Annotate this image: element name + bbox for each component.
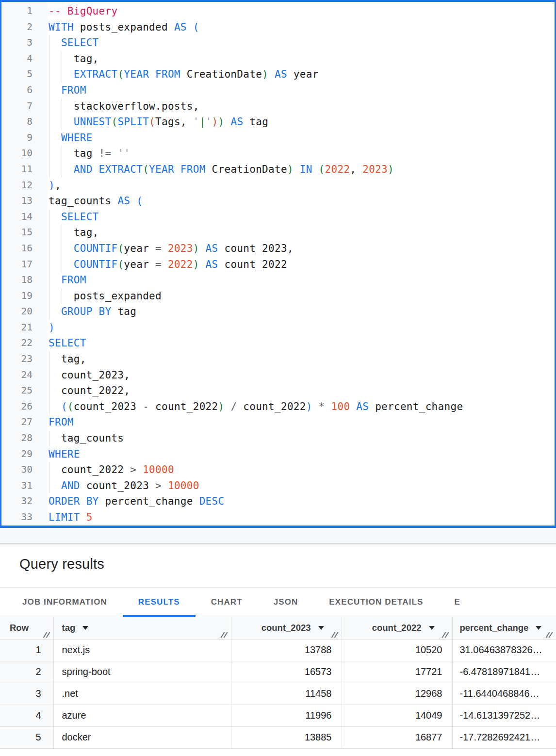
count-2023-cell: 11996	[231, 705, 342, 726]
percent-change-cell: -6.47818971841…	[452, 661, 556, 683]
code-line[interactable]: 14 SELECT	[1, 209, 555, 225]
line-number: 26	[1, 399, 47, 415]
code-line[interactable]: 5 EXTRACT(YEAR FROM CreationDate) AS yea…	[1, 66, 555, 82]
code-text: tag,	[47, 351, 555, 367]
tab-job-information[interactable]: JOB INFORMATION	[7, 588, 123, 617]
tab-e[interactable]: E	[439, 588, 475, 617]
count-2022-cell: 10520	[342, 639, 452, 661]
indent-guide	[49, 399, 49, 415]
line-number: 16	[1, 241, 47, 257]
column-resize-handle[interactable]	[43, 632, 50, 638]
code-line[interactable]: 21)	[1, 320, 555, 336]
indent-guide	[62, 288, 62, 304]
query-results-panel: Query results JOB INFORMATIONRESULTSCHAR…	[0, 544, 556, 749]
line-number: 10	[1, 146, 47, 162]
code-line[interactable]: 20 GROUP BY tag	[1, 304, 555, 320]
code-line[interactable]: 22SELECT	[1, 335, 555, 351]
column-resize-handle[interactable]	[442, 632, 449, 638]
column-header-tag[interactable]: tag	[53, 617, 231, 639]
line-number: 15	[1, 225, 47, 241]
code-line[interactable]: 31 AND count_2023 > 10000	[1, 478, 555, 494]
column-header-count-2023[interactable]: count_2023	[231, 617, 342, 639]
indent-guide	[62, 114, 62, 130]
code-line[interactable]: 17 COUNTIF(year = 2022) AS count_2022	[1, 257, 555, 273]
code-line[interactable]: 27FROM	[1, 414, 555, 430]
code-line[interactable]: 6 FROM	[1, 82, 555, 99]
line-number: 23	[1, 351, 47, 367]
code-line[interactable]: 28 tag_counts	[1, 430, 555, 446]
indent-guide	[49, 99, 49, 115]
column-header-row[interactable]: Row	[0, 617, 53, 639]
code-line[interactable]: 13tag_counts AS (	[1, 193, 555, 209]
code-line[interactable]: 12),	[1, 178, 555, 194]
dropdown-arrow-icon[interactable]	[429, 626, 435, 630]
tag-cell: .net	[53, 683, 231, 705]
code-text: FROM	[47, 82, 555, 99]
code-line[interactable]: 8 UNNEST(SPLIT(Tags, '|')) AS tag	[1, 114, 555, 130]
column-resize-handle[interactable]	[331, 632, 339, 638]
column-resize-handle[interactable]	[221, 632, 228, 638]
line-number: 27	[1, 414, 47, 430]
code-line[interactable]: 18 FROM	[1, 272, 555, 288]
code-line[interactable]: 11 AND EXTRACT(YEAR FROM CreationDate) I…	[1, 162, 555, 178]
panel-divider	[0, 528, 556, 544]
code-line[interactable]: 29WHERE	[1, 446, 555, 462]
code-line[interactable]: 3 SELECT	[1, 35, 555, 51]
code-text: UNNEST(SPLIT(Tags, '|')) AS tag	[47, 114, 555, 130]
tab-results[interactable]: RESULTS	[123, 588, 196, 617]
dropdown-arrow-icon[interactable]	[318, 626, 324, 630]
results-body: 1next.js137881052031.06463878326…2spring…	[0, 639, 556, 748]
dropdown-arrow-icon[interactable]	[536, 626, 541, 630]
column-label: tag	[62, 623, 76, 633]
tab-chart[interactable]: CHART	[196, 588, 258, 617]
column-header-count-2022[interactable]: count_2022	[342, 617, 452, 639]
code-line[interactable]: 19 posts_expanded	[1, 288, 555, 304]
results-table: Rowtagcount_2023count_2022percent_change…	[0, 617, 556, 749]
code-line[interactable]: 26 ((count_2023 - count_2022) / count_20…	[1, 399, 555, 415]
column-label: count_2023	[262, 623, 311, 633]
code-line[interactable]: 1-- BigQuery	[1, 3, 555, 19]
count-2022-cell: 14049	[342, 705, 452, 726]
code-line[interactable]: 32ORDER BY percent_change DESC	[1, 493, 555, 509]
code-line[interactable]: 33LIMIT 5	[1, 509, 555, 526]
count-2023-cell: 13788	[231, 639, 342, 661]
code-line[interactable]: 4 tag,	[1, 51, 555, 67]
code-text: WHERE	[47, 446, 555, 462]
code-line[interactable]: 23 tag,	[1, 351, 555, 367]
indent-guide	[49, 241, 49, 257]
code-line[interactable]: 25 count_2022,	[1, 383, 555, 399]
code-line[interactable]: 9 WHERE	[1, 130, 555, 146]
count-2023-cell: 13885	[231, 726, 342, 748]
results-tabs: JOB INFORMATIONRESULTSCHARTJSONEXECUTION…	[0, 588, 556, 617]
indent-guide	[49, 462, 49, 478]
indent-guide	[49, 35, 49, 51]
indent-guide	[49, 478, 49, 494]
line-number: 9	[1, 130, 47, 146]
line-number: 28	[1, 430, 47, 446]
tab-execution-details[interactable]: EXECUTION DETAILS	[313, 588, 439, 617]
code-line[interactable]: 7 stackoverflow.posts,	[1, 99, 555, 115]
code-text: GROUP BY tag	[47, 304, 555, 320]
row-number-cell: 5	[0, 726, 53, 748]
tab-json[interactable]: JSON	[258, 588, 314, 617]
sql-editor[interactable]: 1-- BigQuery2WITH posts_expanded AS (3 S…	[0, 0, 556, 528]
row-number-cell: 4	[0, 705, 53, 726]
line-number: 31	[1, 478, 47, 494]
line-number: 30	[1, 462, 47, 478]
code-line[interactable]: 15 tag,	[1, 225, 555, 241]
column-header-percent-change[interactable]: percent_change	[452, 617, 556, 639]
code-text: stackoverflow.posts,	[47, 99, 555, 115]
code-text: AND count_2023 > 10000	[47, 478, 555, 494]
code-line[interactable]: 30 count_2022 > 10000	[1, 462, 555, 478]
dropdown-arrow-icon[interactable]	[82, 626, 88, 630]
code-line[interactable]: 2WITH posts_expanded AS (	[1, 19, 555, 35]
code-area[interactable]: 1-- BigQuery2WITH posts_expanded AS (3 S…	[1, 2, 555, 526]
code-line[interactable]: 16 COUNTIF(year = 2023) AS count_2023,	[1, 241, 555, 257]
count-2022-cell: 17721	[342, 661, 452, 683]
line-number: 29	[1, 446, 47, 462]
indent-guide	[62, 241, 62, 257]
code-line[interactable]: 24 count_2023,	[1, 367, 555, 383]
code-line[interactable]: 10 tag != ''	[1, 146, 555, 162]
table-row: 3.net1145812968-11.6440468846…	[0, 683, 556, 705]
column-resize-handle[interactable]	[546, 632, 553, 638]
